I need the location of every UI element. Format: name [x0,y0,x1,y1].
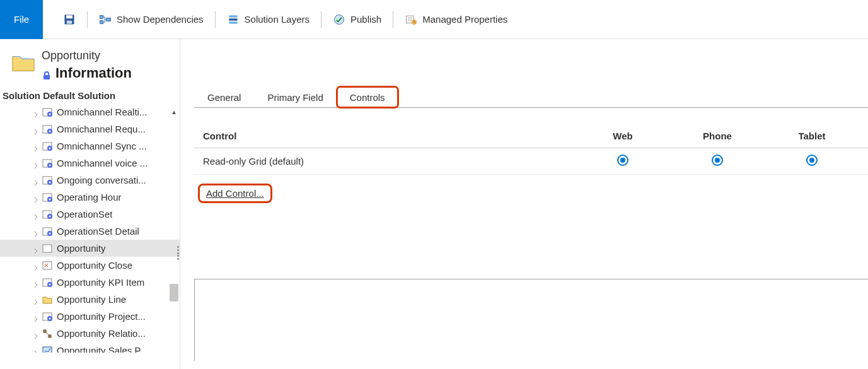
svg-rect-4 [100,20,103,23]
tree-item-label: OperationSet [57,209,112,220]
tree-item-icon [42,158,53,169]
tree-item-icon [42,209,53,220]
tree-item-icon [42,226,53,237]
tablet-radio[interactable] [806,155,818,166]
add-control-link[interactable]: Add Control... [198,184,272,203]
tab-controls[interactable]: Controls [337,86,398,108]
publish-label: Publish [350,14,381,25]
svg-point-44 [49,317,51,319]
scroll-up-icon[interactable]: ▲ [170,108,178,116]
separator [87,11,88,28]
entity-folder-icon [11,52,35,73]
tree-item-icon [42,345,53,353]
tree-item[interactable]: Opportunity Sales P... [0,342,180,353]
svg-rect-38 [43,262,52,269]
tab-label: Primary Field [267,92,323,103]
tree-item-label: Opportunity KPI Item [57,277,144,288]
chevron-right-icon [33,245,39,252]
properties-pane [194,279,868,361]
chevron-right-icon [33,313,39,320]
tree-item-icon [42,328,53,339]
left-panel: Opportunity Information Solution Default… [0,39,180,369]
tree-item-icon [42,294,53,305]
chevron-right-icon [33,126,39,132]
file-button-label: File [14,14,29,25]
chevron-right-icon [33,228,39,235]
tree-item[interactable]: Omnichannel Requ... [0,120,180,138]
chevron-right-icon [33,143,39,149]
managed-properties-button[interactable]: Managed Properties [397,7,515,32]
web-radio[interactable] [617,155,628,166]
svg-rect-5 [107,18,111,21]
chevron-right-icon [33,262,39,269]
svg-rect-8 [229,21,237,23]
scroll-thumb[interactable] [170,284,178,302]
right-panel: GeneralPrimary FieldControls Control Web… [180,39,868,369]
page-title-text: Information [55,65,132,81]
tree-item[interactable]: Omnichannel Realti... [0,103,180,120]
entity-name: Opportunity [42,49,132,62]
svg-point-27 [49,181,51,183]
tree-item[interactable]: Opportunity [0,240,180,257]
tree-item-icon [42,107,53,118]
tree-item-icon [42,243,53,254]
separator [215,11,216,28]
tree-item[interactable]: Omnichannel Sync ... [0,138,180,155]
tree-item[interactable]: OperationSet Detail [0,223,180,240]
control-row[interactable]: Read-only Grid (default) [194,148,868,175]
tree-item[interactable]: Opportunity KPI Item [0,274,180,291]
publish-button[interactable]: Publish [325,7,389,32]
svg-rect-3 [100,15,103,18]
tree-item[interactable]: Opportunity Relatio... [0,325,180,342]
svg-point-30 [49,198,51,200]
controls-grid: Control Web Phone Tablet Read-only Grid … [194,124,868,175]
tree-item-label: OperationSet Detail [57,226,139,237]
dependencies-icon [99,13,112,26]
tree-item[interactable]: Opportunity Close [0,257,180,274]
scrollbar[interactable]: ▲ [170,103,178,353]
tab-label: General [207,92,241,103]
entity-tree: Omnichannel Realti...Omnichannel Requ...… [0,103,180,353]
tabs: GeneralPrimary FieldControls [194,86,868,108]
chevron-right-icon [33,296,39,303]
control-name: Read-only Grid (default) [203,156,576,167]
svg-point-9 [335,15,344,24]
chevron-right-icon [33,194,39,201]
save-button[interactable] [55,7,83,32]
chevron-right-icon [33,279,39,286]
ribbon: File Show Dependencies Solution Layers P… [0,0,868,39]
tree-item[interactable]: Opportunity Project... [0,308,180,325]
tree-item-label: Omnichannel Realti... [57,107,147,117]
chevron-right-icon [33,109,39,115]
tree-item[interactable]: Omnichannel voice ... [0,155,180,172]
tree-item-label: Omnichannel Sync ... [57,141,147,151]
phone-radio[interactable] [712,155,723,166]
tree-item-icon [42,311,53,322]
chevron-right-icon [33,348,39,353]
col-tablet-header: Tablet [765,131,859,141]
tree-item-label: Operating Hour [57,192,122,202]
chevron-right-icon [33,177,39,184]
tab-primary-field[interactable]: Primary Field [254,86,336,108]
svg-point-18 [49,130,51,132]
show-dependencies-button[interactable]: Show Dependencies [91,7,211,32]
tree-item-label: Opportunity Sales P... [57,345,148,353]
solution-layers-button[interactable]: Solution Layers [219,7,317,32]
tree-item-icon [42,277,53,288]
managed-icon [405,13,417,26]
svg-rect-6 [229,15,237,17]
svg-point-41 [49,283,51,285]
tree-item[interactable]: Opportunity Line [0,291,180,308]
grid-header: Control Web Phone Tablet [194,124,868,148]
tree-item-label: Opportunity [57,243,106,254]
svg-rect-7 [229,18,237,20]
file-button[interactable]: File [0,0,43,39]
tab-general[interactable]: General [194,86,254,108]
solution-layers-label: Solution Layers [245,14,310,25]
chevron-right-icon [33,331,39,337]
tree-item[interactable]: OperationSet [0,206,180,223]
main: Opportunity Information Solution Default… [0,39,868,369]
tree-item[interactable]: Operating Hour [0,189,180,206]
tree-item[interactable]: Ongoing conversati... [0,172,180,189]
save-icon [63,13,76,26]
